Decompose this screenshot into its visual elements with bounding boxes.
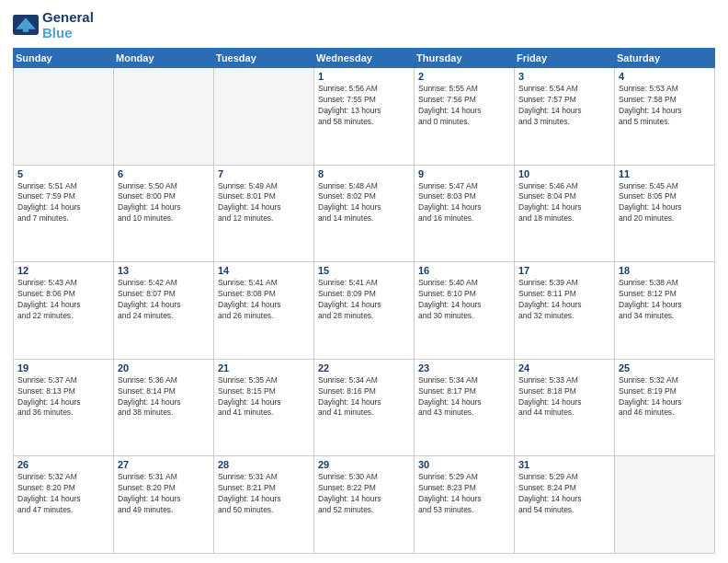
day-number: 15 (318, 265, 410, 276)
calendar-cell: 24Sunrise: 5:33 AM Sunset: 8:18 PM Dayli… (515, 359, 615, 456)
day-number: 8 (318, 168, 410, 179)
day-info: Sunrise: 5:35 AM Sunset: 8:15 PM Dayligh… (218, 375, 310, 419)
calendar-cell: 29Sunrise: 5:30 AM Sunset: 8:22 PM Dayli… (314, 456, 415, 554)
calendar-cell: 1Sunrise: 5:56 AM Sunset: 7:55 PM Daylig… (314, 68, 415, 166)
day-info: Sunrise: 5:51 AM Sunset: 7:59 PM Dayligh… (17, 181, 109, 225)
day-info: Sunrise: 5:48 AM Sunset: 8:02 PM Dayligh… (318, 181, 410, 225)
day-number: 1 (318, 71, 410, 82)
day-info: Sunrise: 5:29 AM Sunset: 8:23 PM Dayligh… (418, 472, 510, 516)
page: General Blue SundayMondayTuesdayWednesda… (0, 0, 728, 563)
day-number: 26 (17, 459, 109, 470)
calendar-cell: 28Sunrise: 5:31 AM Sunset: 8:21 PM Dayli… (214, 456, 314, 554)
calendar-header-row: SundayMondayTuesdayWednesdayThursdayFrid… (14, 49, 715, 68)
calendar-cell: 22Sunrise: 5:34 AM Sunset: 8:16 PM Dayli… (314, 359, 415, 456)
day-info: Sunrise: 5:34 AM Sunset: 8:17 PM Dayligh… (418, 375, 510, 419)
calendar-cell: 9Sunrise: 5:47 AM Sunset: 8:03 PM Daylig… (415, 165, 515, 262)
day-number: 9 (418, 168, 510, 179)
day-number: 7 (218, 168, 310, 179)
calendar-cell: 5Sunrise: 5:51 AM Sunset: 7:59 PM Daylig… (14, 165, 114, 262)
day-number: 28 (218, 459, 310, 470)
day-number: 12 (17, 265, 109, 276)
day-number: 5 (17, 168, 109, 179)
day-number: 4 (619, 71, 711, 82)
day-number: 3 (518, 71, 610, 82)
day-number: 16 (418, 265, 510, 276)
calendar-table: SundayMondayTuesdayWednesdayThursdayFrid… (13, 48, 715, 554)
day-number: 14 (218, 265, 310, 276)
day-number: 29 (318, 459, 410, 470)
day-number: 18 (619, 265, 711, 276)
day-info: Sunrise: 5:50 AM Sunset: 8:00 PM Dayligh… (118, 181, 210, 225)
calendar-cell: 26Sunrise: 5:32 AM Sunset: 8:20 PM Dayli… (14, 456, 114, 554)
day-info: Sunrise: 5:31 AM Sunset: 8:21 PM Dayligh… (218, 472, 310, 516)
day-number: 20 (118, 362, 210, 373)
calendar-cell: 23Sunrise: 5:34 AM Sunset: 8:17 PM Dayli… (415, 359, 515, 456)
day-info: Sunrise: 5:30 AM Sunset: 8:22 PM Dayligh… (318, 472, 410, 516)
calendar-cell: 31Sunrise: 5:29 AM Sunset: 8:24 PM Dayli… (515, 456, 615, 554)
day-number: 6 (118, 168, 210, 179)
day-number: 19 (17, 362, 109, 373)
calendar-cell: 16Sunrise: 5:40 AM Sunset: 8:10 PM Dayli… (415, 262, 515, 360)
day-info: Sunrise: 5:41 AM Sunset: 8:09 PM Dayligh… (318, 278, 410, 322)
calendar-cell: 25Sunrise: 5:32 AM Sunset: 8:19 PM Dayli… (615, 359, 715, 456)
calendar-cell (114, 68, 214, 166)
logo-icon (13, 15, 39, 35)
day-info: Sunrise: 5:55 AM Sunset: 7:56 PM Dayligh… (418, 84, 510, 128)
day-info: Sunrise: 5:54 AM Sunset: 7:57 PM Dayligh… (518, 84, 610, 128)
calendar-cell: 17Sunrise: 5:39 AM Sunset: 8:11 PM Dayli… (515, 262, 615, 360)
calendar-cell (615, 456, 715, 554)
day-number: 10 (518, 168, 610, 179)
day-number: 11 (619, 168, 711, 179)
day-info: Sunrise: 5:46 AM Sunset: 8:04 PM Dayligh… (518, 181, 610, 225)
day-number: 30 (418, 459, 510, 470)
calendar-cell: 18Sunrise: 5:38 AM Sunset: 8:12 PM Dayli… (615, 262, 715, 360)
calendar-header-saturday: Saturday (615, 49, 715, 68)
calendar-cell: 2Sunrise: 5:55 AM Sunset: 7:56 PM Daylig… (415, 68, 515, 166)
calendar-week-row: 5Sunrise: 5:51 AM Sunset: 7:59 PM Daylig… (14, 165, 715, 262)
calendar-cell: 11Sunrise: 5:45 AM Sunset: 8:05 PM Dayli… (615, 165, 715, 262)
calendar-cell: 6Sunrise: 5:50 AM Sunset: 8:00 PM Daylig… (114, 165, 214, 262)
day-number: 13 (118, 265, 210, 276)
calendar-cell: 30Sunrise: 5:29 AM Sunset: 8:23 PM Dayli… (415, 456, 515, 554)
day-info: Sunrise: 5:29 AM Sunset: 8:24 PM Dayligh… (518, 472, 610, 516)
day-number: 22 (318, 362, 410, 373)
calendar-cell: 12Sunrise: 5:43 AM Sunset: 8:06 PM Dayli… (14, 262, 114, 360)
day-number: 31 (518, 459, 610, 470)
logo: General Blue (13, 9, 94, 40)
calendar-week-row: 1Sunrise: 5:56 AM Sunset: 7:55 PM Daylig… (14, 68, 715, 166)
day-info: Sunrise: 5:40 AM Sunset: 8:10 PM Dayligh… (418, 278, 510, 322)
calendar-header-thursday: Thursday (415, 49, 515, 68)
calendar-header-sunday: Sunday (14, 49, 114, 68)
day-info: Sunrise: 5:43 AM Sunset: 8:06 PM Dayligh… (17, 278, 109, 322)
day-info: Sunrise: 5:34 AM Sunset: 8:16 PM Dayligh… (318, 375, 410, 419)
day-info: Sunrise: 5:32 AM Sunset: 8:19 PM Dayligh… (619, 375, 711, 419)
calendar-header-monday: Monday (114, 49, 214, 68)
day-info: Sunrise: 5:47 AM Sunset: 8:03 PM Dayligh… (418, 181, 510, 225)
calendar-cell: 19Sunrise: 5:37 AM Sunset: 8:13 PM Dayli… (14, 359, 114, 456)
calendar-cell (214, 68, 314, 166)
calendar-week-row: 19Sunrise: 5:37 AM Sunset: 8:13 PM Dayli… (14, 359, 715, 456)
day-info: Sunrise: 5:42 AM Sunset: 8:07 PM Dayligh… (118, 278, 210, 322)
day-number: 27 (118, 459, 210, 470)
calendar-cell: 13Sunrise: 5:42 AM Sunset: 8:07 PM Dayli… (114, 262, 214, 360)
day-info: Sunrise: 5:41 AM Sunset: 8:08 PM Dayligh… (218, 278, 310, 322)
day-number: 25 (619, 362, 711, 373)
logo-text: General Blue (42, 9, 94, 40)
day-number: 2 (418, 71, 510, 82)
calendar-header-wednesday: Wednesday (314, 49, 415, 68)
calendar-cell (14, 68, 114, 166)
day-info: Sunrise: 5:49 AM Sunset: 8:01 PM Dayligh… (218, 181, 310, 225)
svg-rect-2 (23, 28, 28, 32)
calendar-cell: 27Sunrise: 5:31 AM Sunset: 8:20 PM Dayli… (114, 456, 214, 554)
calendar-cell: 3Sunrise: 5:54 AM Sunset: 7:57 PM Daylig… (515, 68, 615, 166)
day-info: Sunrise: 5:38 AM Sunset: 8:12 PM Dayligh… (619, 278, 711, 322)
calendar-header-tuesday: Tuesday (214, 49, 314, 68)
calendar-cell: 10Sunrise: 5:46 AM Sunset: 8:04 PM Dayli… (515, 165, 615, 262)
day-info: Sunrise: 5:45 AM Sunset: 8:05 PM Dayligh… (619, 181, 711, 225)
day-info: Sunrise: 5:33 AM Sunset: 8:18 PM Dayligh… (518, 375, 610, 419)
calendar-cell: 7Sunrise: 5:49 AM Sunset: 8:01 PM Daylig… (214, 165, 314, 262)
calendar-cell: 20Sunrise: 5:36 AM Sunset: 8:14 PM Dayli… (114, 359, 214, 456)
day-info: Sunrise: 5:53 AM Sunset: 7:58 PM Dayligh… (619, 84, 711, 128)
calendar-cell: 15Sunrise: 5:41 AM Sunset: 8:09 PM Dayli… (314, 262, 415, 360)
day-info: Sunrise: 5:39 AM Sunset: 8:11 PM Dayligh… (518, 278, 610, 322)
